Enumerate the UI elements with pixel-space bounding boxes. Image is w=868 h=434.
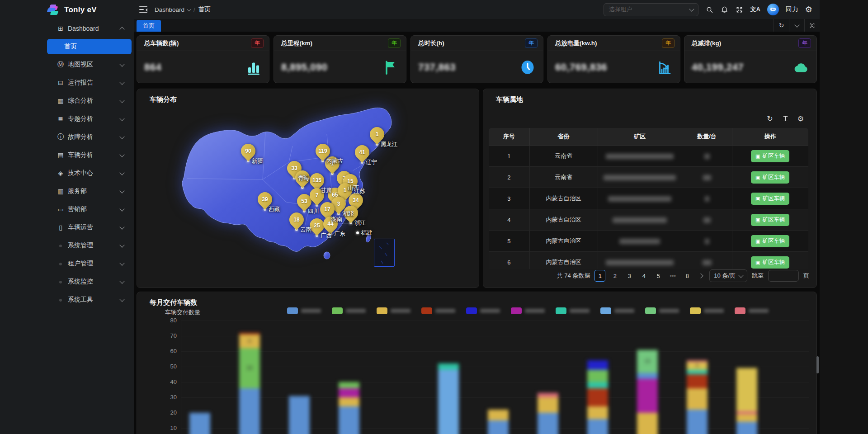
bar-segment[interactable] [687,370,708,374]
sidebar-item-营销部[interactable]: ▭营销部 [0,200,134,218]
bar-segment[interactable]: 15 [637,350,658,373]
bar-segment[interactable] [538,397,558,413]
bar-segment[interactable] [687,360,708,362]
sidebar-item-Dashboard[interactable]: ⊞Dashboard [0,19,134,38]
legend-item[interactable] [600,307,634,314]
next-page-button[interactable] [697,270,705,281]
menu-fold-icon[interactable] [139,6,147,13]
gear-icon[interactable]: ⚙ [797,114,805,123]
bar-segment[interactable] [438,363,459,370]
mine-vehicles-button[interactable]: ▣矿区车辆 [751,235,789,247]
breadcrumb-root[interactable]: Dashboard [155,6,184,13]
avatar[interactable] [767,4,779,15]
bar-segment[interactable] [189,413,210,434]
bar-segment[interactable] [637,379,658,413]
gear-icon[interactable]: ⚙ [805,5,812,14]
page-button-5[interactable]: 5 [653,270,663,281]
legend-item[interactable] [332,307,366,314]
legend-item[interactable] [511,307,545,314]
refresh-icon[interactable]: ↻ [774,19,789,32]
bar-segment[interactable]: 26 [239,348,260,388]
bar-segment[interactable] [339,397,359,406]
bar-segment[interactable] [687,410,708,434]
breadcrumb-current[interactable]: 首页 [198,5,211,14]
page-button-1[interactable]: 1 [594,270,605,282]
bar-segment[interactable] [289,396,310,434]
bar-segment[interactable] [538,413,558,434]
column-height-icon[interactable] [781,114,789,123]
sidebar-item-系统工具[interactable]: ●系统工具 [0,291,134,309]
bar-segment[interactable] [587,382,608,388]
sidebar-item-车辆运营[interactable]: ▯车辆运营 [0,218,134,236]
mine-vehicles-button[interactable]: ▣矿区车辆 [751,193,789,205]
bar-segment[interactable] [637,373,658,379]
bar-segment[interactable] [587,360,608,369]
search-icon[interactable] [705,5,713,14]
page-button-4[interactable]: 4 [639,270,649,281]
legend-item[interactable] [466,307,500,314]
legend-item[interactable] [735,307,769,314]
sidebar-item-运行报告[interactable]: ⊟运行报告 [0,74,134,92]
bar-segment[interactable] [587,388,608,407]
bar-segment[interactable]: 9 [239,335,260,349]
bar-segment[interactable] [239,388,260,434]
page-button-2[interactable]: 2 [610,270,620,281]
bar-segment[interactable] [339,382,359,388]
sidebar-item-技术中心[interactable]: ◈技术中心 [0,164,134,182]
page-button-8[interactable]: 8 [682,270,692,281]
fullscreen-icon[interactable] [735,5,743,14]
legend-item[interactable] [690,307,724,314]
sidebar-item-系统监控[interactable]: ●系统监控 [0,273,134,291]
mine-vehicles-button[interactable]: ▣矿区车辆 [751,214,789,226]
sidebar-item-综合分析[interactable]: ▦综合分析 [0,92,134,110]
bar-segment[interactable] [587,370,608,382]
legend-item[interactable] [645,307,679,314]
bar-segment[interactable] [687,388,708,410]
mine-vehicles-button[interactable]: ▣矿区车辆 [751,171,789,184]
sidebar-item-系统管理[interactable]: ●系统管理 [0,236,134,255]
legend-item[interactable] [421,307,455,314]
legend-item[interactable] [556,307,590,314]
bar-segment[interactable] [339,388,359,397]
sidebar-item-租户管理[interactable]: ●租户管理 [0,255,134,273]
chart-legend [287,307,769,314]
username[interactable]: 同力 [786,5,798,14]
jump-page-input[interactable] [768,270,799,282]
bar-segment[interactable] [587,419,608,434]
bar-segment[interactable] [239,333,260,334]
bar-segment[interactable] [488,420,509,434]
sidebar-item-地图视区[interactable]: Ⓜ地图视区 [0,56,134,74]
sidebar-item-专题分析[interactable]: ≣专题分析 [0,110,134,128]
bar-segment[interactable] [637,413,658,434]
legend-item[interactable] [287,307,321,314]
legend-item[interactable] [377,307,410,314]
page-size-select[interactable]: 10 条/页 [709,269,747,282]
bar-segment[interactable] [687,374,708,388]
page-button-3[interactable]: 3 [624,270,634,281]
tenant-select[interactable]: 选择租户 [604,3,698,16]
sidebar-item-车辆分析[interactable]: ▤车辆分析 [0,146,134,164]
bar-segment[interactable]: 5 [687,362,708,370]
bar-segment[interactable] [339,406,359,434]
bell-icon[interactable] [720,5,728,14]
scrollbar-thumb[interactable] [816,356,819,373]
tab-home[interactable]: 首页 [137,20,161,32]
refresh-icon[interactable]: ↻ [766,114,774,123]
sidebar-subitem-首页[interactable]: 首页 [47,39,132,54]
maximize-icon[interactable] [804,19,820,32]
bar-segment[interactable] [488,410,509,420]
mine-vehicles-button[interactable]: ▣矿区车辆 [751,150,789,162]
translate-icon[interactable]: 文A [750,5,760,14]
bar-segment[interactable] [438,370,459,434]
legend-swatch [421,307,432,314]
bar-segment[interactable] [736,368,757,411]
bar-segment[interactable] [736,414,757,422]
sidebar-item-服务部[interactable]: ▥服务部 [0,182,134,200]
bar-segment[interactable] [587,406,608,419]
bar-segment[interactable] [736,411,757,415]
sidebar-item-故障分析[interactable]: ⓘ故障分析 [0,128,134,146]
chevron-down-icon[interactable] [789,19,804,32]
mine-vehicles-button[interactable]: ▣矿区车辆 [751,256,789,269]
bar-segment[interactable] [736,422,757,434]
bar-segment[interactable] [538,393,558,397]
